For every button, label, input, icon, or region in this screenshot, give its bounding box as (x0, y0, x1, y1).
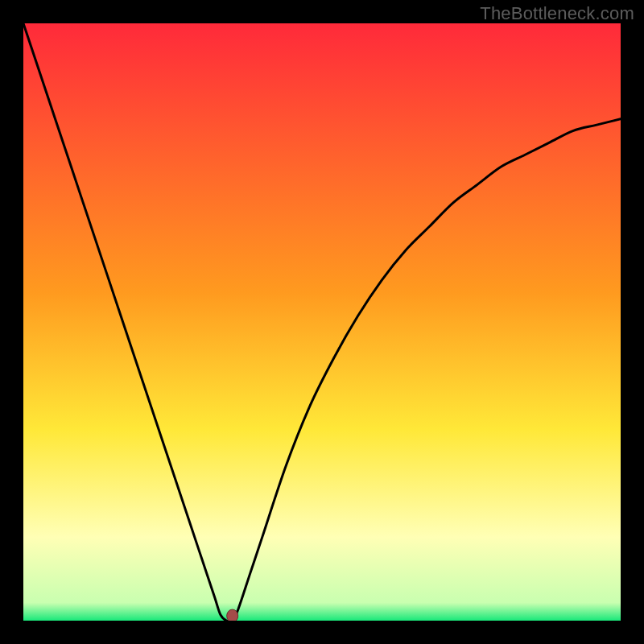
optimal-point-marker (227, 609, 238, 621)
watermark-text: TheBottleneck.com (480, 3, 634, 24)
plot-svg (23, 23, 621, 621)
plot-area (23, 23, 621, 621)
chart-frame: TheBottleneck.com (0, 0, 644, 644)
gradient-background (23, 23, 621, 621)
